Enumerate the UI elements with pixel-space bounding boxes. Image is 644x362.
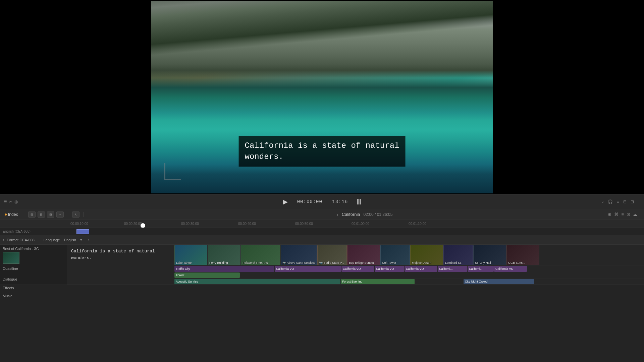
- timecode-current: 00:00:00: [297, 199, 322, 204]
- clip-label-bay-bridge: Bay Bridge Sunset: [349, 261, 374, 264]
- icon-grid[interactable]: ⊟: [47, 212, 54, 218]
- format-pipe: |: [39, 238, 40, 242]
- toolbar-icon-scissors[interactable]: ✂: [9, 199, 12, 204]
- clip-ferry[interactable]: Ferry Building: [208, 245, 240, 265]
- timecode-frame: 13:16: [329, 199, 348, 204]
- clip-thumb-1: [3, 252, 19, 264]
- divider-3: [84, 212, 84, 217]
- clip-label-mojave: Mojave Desert: [412, 261, 431, 264]
- right-icons: ⊕ ⌘ ≡ ⊡ ☁: [608, 212, 637, 217]
- playhead-handle: [141, 223, 145, 228]
- captions-editor-section: ‹ Format CEA-608 | Language English ▼ › …: [0, 235, 644, 285]
- effects-row: Forest: [174, 272, 644, 278]
- clip-colt-tower[interactable]: Colt Tower: [380, 245, 410, 265]
- zoom-in-icon[interactable]: ⊕: [608, 212, 611, 217]
- ruler-icon[interactable]: ≡: [621, 212, 624, 217]
- divider-2: [68, 212, 68, 217]
- vo-label-ca-4: California VO: [406, 267, 424, 270]
- toolbar-icon-list[interactable]: ☰: [3, 199, 7, 204]
- music-city-night[interactable]: City Night Crowd: [464, 279, 534, 284]
- clip-bay-bridge[interactable]: Bay Bridge Sunset: [347, 245, 380, 265]
- index-icons: ⊟ ⊞ ⊟ ≡: [28, 212, 64, 218]
- format-nav-right[interactable]: ›: [88, 237, 90, 242]
- divider: [24, 212, 24, 217]
- vo-label-ca-5: Californi...: [439, 267, 453, 270]
- play-button[interactable]: ▶: [283, 198, 288, 205]
- headphone-icon[interactable]: ⌘: [614, 212, 619, 217]
- icon-clip-right[interactable]: ⊞: [38, 212, 45, 218]
- clip-palace[interactable]: Palace of Fine Arts: [241, 245, 280, 265]
- music-forest-evening[interactable]: Forest Evening: [341, 279, 415, 284]
- effects-label-forest: Forest: [176, 274, 184, 277]
- pause-button[interactable]: [357, 199, 361, 204]
- project-name: California: [342, 212, 360, 217]
- ruler-mark-0: 00:00:10:00: [70, 222, 88, 226]
- clip-mojave[interactable]: Mojave Desert: [410, 245, 443, 265]
- vo-label-ca-3: California VO: [376, 267, 394, 270]
- icon-cursor[interactable]: ↖: [72, 212, 79, 218]
- format-nav-left[interactable]: ‹: [3, 237, 4, 242]
- music-label-forest-eve: Forest Evening: [342, 280, 363, 283]
- language-dropdown-chevron[interactable]: ▼: [79, 238, 83, 242]
- pause-bar-left: [357, 199, 359, 204]
- music-label-city-night: City Night Crowd: [465, 280, 488, 283]
- vo-california-7[interactable]: California VO: [494, 266, 527, 272]
- music-row: Acoustic Sunrise Forest Evening City Nig…: [174, 279, 644, 285]
- preview-area: California is a state of natural wonders…: [0, 0, 644, 194]
- music-acoustic-1[interactable]: Acoustic Sunrise: [174, 279, 340, 284]
- clip-label-colt: Colt Tower: [382, 261, 396, 264]
- clip-lake-tahoe[interactable]: Lake Tahoe: [174, 245, 207, 265]
- clip-bodie[interactable]: 📷 Bodie State P...: [317, 245, 347, 265]
- icon-grid-2[interactable]: ≡: [56, 212, 64, 218]
- pause-bar-right: [360, 199, 361, 204]
- ruler-mark-3: 00:00:40:00: [238, 222, 256, 226]
- export-icon[interactable]: ⊟: [623, 199, 627, 204]
- captions-section: Best of California - 3C Coastline Dialog…: [0, 245, 644, 285]
- caption-selected-block[interactable]: [76, 229, 89, 234]
- clip-label-palace: Palace of Fine Arts: [243, 261, 268, 264]
- clip-above-sf[interactable]: 📷 Above San Francisco: [281, 245, 317, 265]
- ruler-mark-6: 00:01:10:00: [409, 222, 426, 226]
- headphones-icon[interactable]: 🎧: [608, 199, 613, 204]
- clip-sf-city-hall[interactable]: SF City Hall: [473, 245, 506, 265]
- timecode-ruler: 00:00:10:00 00:00:20:00 00:00:30:00 00:0…: [0, 220, 644, 228]
- lang-bar: English (CEA-608): [0, 228, 644, 235]
- format-language-label: Language: [44, 238, 60, 242]
- clip-label-tahoe: Lake Tahoe: [176, 261, 192, 264]
- vo-california-2[interactable]: California VO: [341, 266, 374, 272]
- index-bar: Index ⊟ ⊞ ⊟ ≡ ↖ ‹ California 02:00 / 01:…: [0, 209, 644, 220]
- clip-lombard[interactable]: Lombard St.: [443, 245, 473, 265]
- track-label-dialogue: Dialogue: [3, 277, 64, 281]
- vo-california-6[interactable]: Californi...: [468, 266, 494, 272]
- transport-right: ♪ 🎧 ≡ ⊟ ⊡: [602, 199, 634, 204]
- save-icon[interactable]: ⊡: [627, 212, 630, 217]
- vo-california-5[interactable]: Californi...: [438, 266, 467, 272]
- vo-label-ca-1: California VO: [276, 267, 294, 270]
- vo-california-1[interactable]: California VO: [275, 266, 341, 272]
- effects-forest[interactable]: Forest: [174, 273, 240, 278]
- clip-label-bodie: 📷 Bodie State P...: [319, 261, 344, 264]
- format-bar: ‹ Format CEA-608 | Language English ▼ ›: [0, 235, 644, 245]
- ruler-mark-2: 00:00:30:00: [181, 222, 199, 226]
- share-icon[interactable]: ⊡: [631, 199, 634, 204]
- video-player: California is a state of natural wonders…: [151, 1, 493, 193]
- toolbar-icon-target[interactable]: ◎: [14, 199, 18, 204]
- project-label: Best of California - 3C: [3, 247, 64, 251]
- clips-panel: Lake Tahoe Ferry Building Palace of Fine…: [174, 245, 644, 285]
- cloud-icon[interactable]: ☁: [633, 212, 637, 217]
- vo-california-4[interactable]: California VO: [405, 266, 437, 272]
- nav-arrow-left[interactable]: ‹: [337, 212, 338, 217]
- index-button[interactable]: Index: [3, 212, 20, 218]
- vol-icon[interactable]: ♪: [602, 199, 604, 204]
- app-container: California is a state of natural wonders…: [0, 0, 644, 362]
- subtitle-text: California is a state of natural wonders…: [239, 136, 406, 167]
- vo-traffic-city[interactable]: Traffic City: [174, 266, 274, 272]
- clip-ggb[interactable]: GGB Suns...: [506, 245, 539, 265]
- track-label-coastline: Coastline: [3, 266, 64, 270]
- settings-icon-transport[interactable]: ≡: [617, 199, 619, 204]
- corner-marker: [164, 163, 181, 180]
- vo-california-3[interactable]: California VO: [375, 266, 404, 272]
- icon-clip-left[interactable]: ⊟: [28, 212, 36, 218]
- clip-label-lombard: Lombard St.: [445, 261, 462, 264]
- thumbnail-row: [3, 252, 64, 264]
